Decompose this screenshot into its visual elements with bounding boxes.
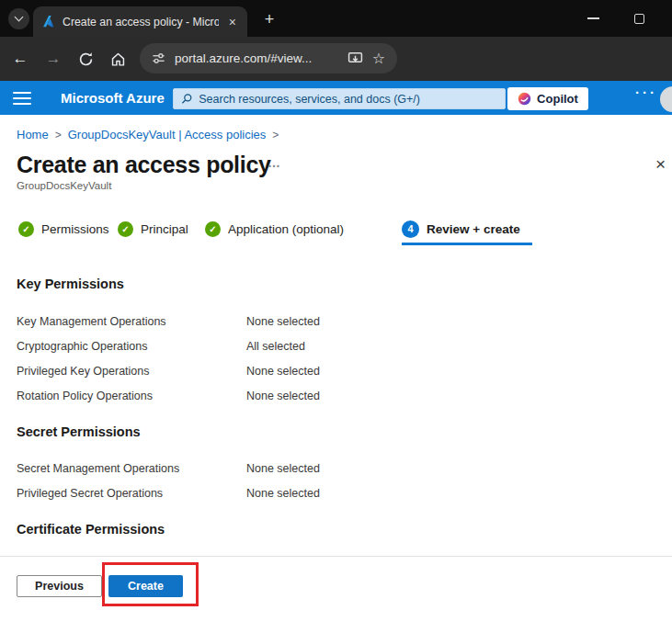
azure-favicon-icon — [41, 15, 55, 28]
azure-search-box[interactable] — [173, 88, 506, 109]
section-title-secret-permissions: Secret Permissions — [17, 424, 141, 439]
permission-row: Cryptographic OperationsAll selected — [17, 340, 305, 353]
tab-title: Create an access policy - Micros — [63, 16, 219, 28]
azure-header: Microsoft Azure Copilot ··· — [0, 81, 672, 115]
create-button[interactable]: Create — [108, 575, 183, 597]
close-blade-icon[interactable]: × — [655, 154, 666, 175]
chevron-down-icon — [15, 13, 24, 22]
tab-review-create[interactable]: 4 Review + create — [402, 219, 520, 239]
check-icon: ✓ — [18, 221, 34, 237]
browser-window: Create an access policy - Micros × + ← → — [0, 0, 672, 633]
page-subtitle: GroupDocsKeyVault — [17, 180, 111, 191]
address-bar[interactable]: portal.azure.com/#view... ☆ — [140, 43, 397, 73]
breadcrumb: Home>GroupDocsKeyVault | Access policies… — [17, 128, 285, 141]
step-label: Review + create — [427, 222, 520, 236]
minimize-icon — [587, 17, 599, 19]
tab-close-icon[interactable]: × — [226, 15, 239, 29]
row-value: None selected — [246, 365, 320, 378]
new-tab-button[interactable]: + — [258, 8, 280, 30]
breadcrumb-separator: > — [272, 129, 279, 141]
step-label: Principal — [141, 222, 188, 236]
permission-row: Privileged Secret OperationsNone selecte… — [17, 487, 320, 500]
azure-brand[interactable]: Microsoft Azure — [61, 81, 165, 115]
row-value: None selected — [246, 315, 320, 328]
tab-principal[interactable]: ✓ Principal — [118, 219, 188, 239]
copilot-button[interactable]: Copilot — [507, 87, 588, 110]
row-value: None selected — [246, 390, 320, 402]
breadcrumb-separator: > — [55, 129, 62, 141]
maximize-button[interactable] — [618, 0, 660, 37]
minimize-button[interactable] — [572, 0, 614, 37]
tab-search-button[interactable] — [8, 8, 29, 29]
forward-button[interactable]: → — [40, 45, 67, 73]
permission-row: Rotation Policy OperationsNone selected — [17, 390, 320, 402]
step-label: Application (optional) — [228, 222, 344, 236]
section-title-key-permissions: Key Permissions — [17, 277, 124, 291]
tab-permissions[interactable]: ✓ Permissions — [18, 219, 109, 239]
copilot-icon — [518, 92, 531, 106]
check-icon: ✓ — [118, 221, 133, 237]
permission-row: Privileged Key OperationsNone selected — [17, 365, 320, 378]
home-icon — [110, 51, 126, 67]
hamburger-icon — [13, 92, 31, 94]
refresh-button[interactable] — [72, 45, 99, 73]
site-info-icon[interactable] — [152, 51, 165, 65]
home-button[interactable] — [104, 45, 131, 73]
permission-row: Secret Management OperationsNone selecte… — [17, 462, 320, 475]
active-tab-underline — [402, 243, 532, 245]
breadcrumb-home[interactable]: Home — [17, 128, 49, 141]
portal-menu-button[interactable] — [13, 92, 31, 105]
check-icon: ✓ — [205, 221, 221, 237]
step-label: Permissions — [41, 222, 109, 236]
search-input[interactable] — [199, 93, 497, 106]
copilot-label: Copilot — [537, 92, 578, 106]
page-title: Create an access policy — [17, 152, 271, 178]
section-title-certificate-permissions: Certificate Permissions — [17, 522, 165, 537]
tab-application[interactable]: ✓ Application (optional) — [205, 219, 344, 239]
tab-strip: Create an access policy - Micros × + — [0, 0, 672, 37]
title-more-button[interactable]: … — [268, 155, 281, 170]
permission-row: Key Management OperationsNone selected — [17, 315, 320, 328]
row-value: None selected — [246, 487, 320, 500]
row-value: All selected — [246, 340, 305, 353]
breadcrumb-keyvault[interactable]: GroupDocsKeyVault | Access policies — [68, 128, 267, 141]
step-number-badge: 4 — [402, 220, 419, 238]
refresh-icon — [78, 51, 94, 67]
browser-tab[interactable]: Create an access policy - Micros × — [33, 6, 247, 37]
bookmark-star-icon[interactable]: ☆ — [372, 50, 385, 67]
more-commands-button[interactable]: ··· — [635, 85, 657, 100]
url-text: portal.azure.com/#view... — [175, 51, 338, 65]
row-value: None selected — [246, 462, 320, 475]
search-icon — [181, 93, 192, 105]
install-app-icon[interactable] — [347, 51, 363, 66]
footer-divider — [0, 556, 672, 557]
previous-button[interactable]: Previous — [17, 575, 102, 597]
maximize-icon — [634, 14, 644, 24]
browser-toolbar: ← → portal.azure.com/#view... — [0, 37, 672, 81]
back-button[interactable]: ← — [6, 45, 34, 73]
